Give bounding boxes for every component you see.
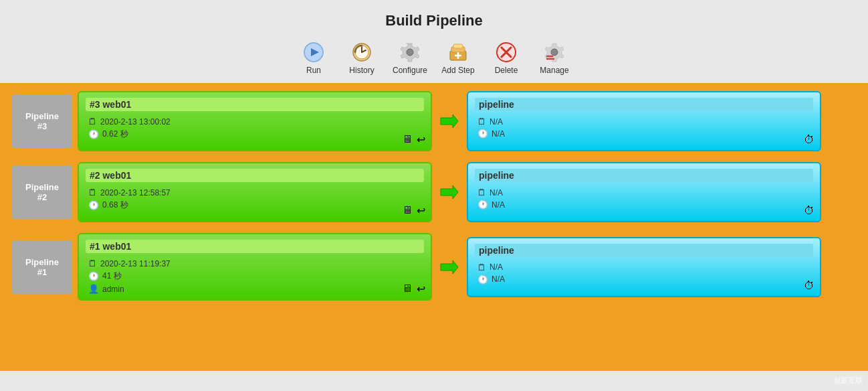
pipeline-label-text-2: Pipeline bbox=[25, 182, 59, 192]
info-row-date-2: 🗒 2020-2-13 12:58:57 bbox=[88, 187, 424, 198]
cyan-card-info-3: 🗒 N/A 🕐 N/A bbox=[475, 116, 813, 139]
arrow-connector-1 bbox=[437, 257, 461, 277]
info-row-date-3: 🗒 2020-2-13 13:00:02 bbox=[88, 116, 424, 127]
settings-icon-1[interactable]: ⏱ bbox=[804, 280, 815, 291]
date-text-2: 2020-2-13 12:58:57 bbox=[100, 188, 171, 198]
green-card-3[interactable]: #3 web01 🗒 2020-2-13 13:00:02 🕐 0.62 秒 🖥… bbox=[78, 91, 432, 151]
toolbar-item-configure[interactable]: Configure bbox=[390, 40, 430, 75]
delete-label: Delete bbox=[495, 66, 518, 75]
date-text-3: 2020-2-13 13:00:02 bbox=[100, 117, 171, 127]
green-card-title-2: #2 web01 bbox=[86, 169, 424, 182]
cyan-card-2[interactable]: pipeline 🗒 N/A 🕐 N/A ⏱ bbox=[467, 162, 821, 222]
calendar-icon-2: 🗒 bbox=[88, 187, 97, 198]
cyan-card-footer-1: ⏱ bbox=[804, 280, 815, 292]
green-card-info-2: 🗒 2020-2-13 12:58:57 🕐 0.68 秒 bbox=[86, 187, 424, 211]
replay-icon-1[interactable]: ↩ bbox=[417, 283, 425, 295]
toolbar-item-run[interactable]: Run bbox=[294, 40, 334, 75]
cyan-card-footer-2: ⏱ bbox=[804, 205, 815, 217]
cyan-na2-row-1: 🕐 N/A bbox=[477, 275, 813, 285]
calendar-icon-1: 🗒 bbox=[88, 258, 97, 268]
cyan-icon2-2: 🕐 bbox=[477, 200, 488, 210]
info-row-duration-1: 🕐 41 秒 bbox=[88, 270, 424, 282]
configure-icon bbox=[398, 40, 422, 64]
pipeline-label-1: Pipeline #1 bbox=[12, 240, 72, 294]
toolbar-item-delete[interactable]: Delete bbox=[486, 40, 526, 75]
arrow-connector-3 bbox=[437, 111, 461, 131]
green-card-info-1: 🗒 2020-2-13 11:19:37 🕐 41 秒 👤 admin bbox=[86, 258, 424, 294]
toolbar-item-manage[interactable]: Manage bbox=[534, 40, 574, 75]
cyan-card-title-1: pipeline bbox=[475, 244, 813, 257]
manage-icon bbox=[542, 40, 566, 64]
cyan-na1-text-1: N/A bbox=[490, 262, 503, 272]
cyan-icon1-1: 🗒 bbox=[477, 262, 486, 272]
cyan-na2-text-1: N/A bbox=[492, 275, 505, 284]
run-label: Run bbox=[306, 66, 321, 75]
pipeline-number-2: #2 bbox=[37, 192, 47, 202]
cyan-icon2-3: 🕐 bbox=[477, 129, 488, 139]
pipeline-label-2: Pipeline #2 bbox=[12, 165, 72, 219]
run-icon bbox=[302, 40, 326, 64]
green-card-footer-3: 🖥 ↩ bbox=[402, 133, 425, 146]
replay-icon-3[interactable]: ↩ bbox=[417, 133, 425, 146]
green-card-1[interactable]: #1 web01 🗒 2020-2-13 11:19:37 🕐 41 秒 👤 a… bbox=[78, 233, 432, 301]
history-icon bbox=[350, 40, 374, 64]
cyan-card-info-1: 🗒 N/A 🕐 N/A bbox=[475, 262, 813, 285]
page-title: Build Pipeline bbox=[0, 0, 868, 36]
user-icon-1: 👤 bbox=[88, 284, 99, 294]
replay-icon-2[interactable]: ↩ bbox=[417, 204, 425, 217]
cyan-na1-row-3: 🗒 N/A bbox=[477, 116, 813, 127]
cyan-na2-row-2: 🕐 N/A bbox=[477, 200, 813, 210]
svg-point-7 bbox=[407, 49, 413, 56]
configure-label: Configure bbox=[393, 66, 427, 75]
history-label: History bbox=[349, 66, 374, 75]
info-row-user-1: 👤 admin bbox=[88, 284, 424, 294]
clock-icon-3: 🕐 bbox=[88, 129, 99, 139]
cyan-na2-text-2: N/A bbox=[492, 200, 505, 210]
green-card-title-3: #3 web01 bbox=[86, 98, 424, 111]
pipeline-row-2: Pipeline #2 #2 web01 🗒 2020-2-13 12:58:5… bbox=[12, 162, 856, 222]
console-icon-2[interactable]: 🖥 bbox=[402, 204, 413, 217]
cyan-icon1-3: 🗒 bbox=[477, 116, 486, 127]
cyan-card-info-2: 🗒 N/A 🕐 N/A bbox=[475, 187, 813, 210]
settings-icon-3[interactable]: ⏱ bbox=[804, 134, 815, 145]
cyan-card-title-3: pipeline bbox=[475, 98, 813, 111]
delete-icon bbox=[494, 40, 518, 64]
pipeline-label-3: Pipeline #3 bbox=[12, 94, 72, 148]
pipeline-row-3: Pipeline #3 #3 web01 🗒 2020-2-13 13:00:0… bbox=[12, 91, 856, 151]
toolbar-item-history[interactable]: History bbox=[342, 40, 382, 75]
cyan-card-1[interactable]: pipeline 🗒 N/A 🕐 N/A ⏱ bbox=[467, 237, 821, 297]
manage-label: Manage bbox=[540, 66, 568, 75]
cyan-card-3[interactable]: pipeline 🗒 N/A 🕐 N/A ⏱ bbox=[467, 91, 821, 151]
duration-text-2: 0.68 秒 bbox=[102, 200, 128, 211]
info-row-duration-2: 🕐 0.68 秒 bbox=[88, 200, 424, 211]
pipeline-label-text-1: Pipeline bbox=[25, 257, 59, 267]
console-icon-1[interactable]: 🖥 bbox=[402, 283, 413, 295]
user-text-1: admin bbox=[102, 285, 124, 294]
toolbar: Run History Configure bbox=[0, 36, 868, 83]
cyan-na2-text-3: N/A bbox=[492, 129, 505, 139]
svg-marker-22 bbox=[441, 185, 458, 199]
addstep-icon bbox=[446, 40, 470, 64]
watermark: 创新互联 bbox=[833, 376, 863, 386]
green-card-info-3: 🗒 2020-2-13 13:00:02 🕐 0.62 秒 bbox=[86, 116, 424, 140]
green-card-2[interactable]: #2 web01 🗒 2020-2-13 12:58:57 🕐 0.68 秒 🖥… bbox=[78, 162, 432, 222]
arrow-connector-2 bbox=[437, 182, 461, 202]
cyan-card-footer-3: ⏱ bbox=[804, 134, 815, 146]
cyan-na1-text-3: N/A bbox=[490, 117, 503, 127]
pipeline-number-3: #3 bbox=[37, 121, 47, 131]
cyan-icon2-1: 🕐 bbox=[477, 275, 488, 285]
pipeline-label-text-3: Pipeline bbox=[25, 111, 59, 121]
main-content: Pipeline #3 #3 web01 🗒 2020-2-13 13:00:0… bbox=[0, 83, 868, 371]
settings-icon-2[interactable]: ⏱ bbox=[804, 205, 815, 216]
svg-marker-21 bbox=[441, 114, 458, 128]
info-row-date-1: 🗒 2020-2-13 11:19:37 bbox=[88, 258, 424, 268]
console-icon-3[interactable]: 🖥 bbox=[402, 133, 413, 146]
cyan-card-title-2: pipeline bbox=[475, 169, 813, 182]
toolbar-item-addstep[interactable]: Add Step bbox=[438, 40, 478, 75]
duration-text-3: 0.62 秒 bbox=[102, 129, 128, 140]
clock-icon-2: 🕐 bbox=[88, 200, 99, 210]
duration-text-1: 41 秒 bbox=[102, 270, 122, 282]
clock-icon-1: 🕐 bbox=[88, 271, 99, 281]
date-text-1: 2020-2-13 11:19:37 bbox=[100, 259, 171, 268]
addstep-label: Add Step bbox=[441, 66, 474, 75]
